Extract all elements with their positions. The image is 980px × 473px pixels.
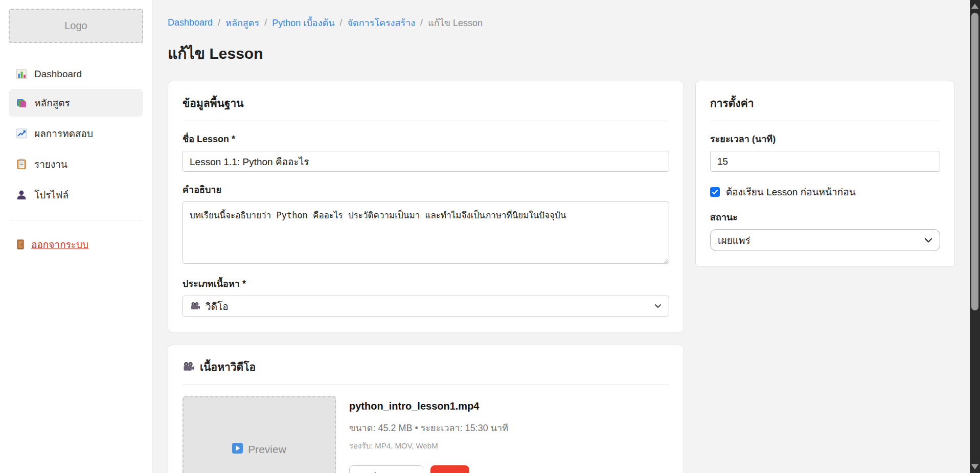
content-type-value: วิดีโอ [206, 299, 229, 314]
duration-label: ระยะเวลา (นาที) [710, 131, 940, 146]
sidebar: Logo Dashboard หลักสูตร ผลการทดสอบ รายงา… [0, 0, 152, 473]
status-value: เผยแพร่ [718, 233, 750, 248]
change-video-button[interactable]: เปลี่ยนวิดีโอ [349, 465, 423, 473]
page-title: แก้ไข Lesson [168, 41, 965, 65]
sidebar-item-label: หลักสูตร [34, 95, 70, 110]
video-file-meta: ขนาด: 45.2 MB • ระยะเวลา: 15:30 นาที [349, 420, 508, 435]
delete-video-button[interactable]: ลบ [430, 465, 469, 473]
main-content: Dashboard / หลักสูตร / Python เบื้องต้น … [152, 0, 980, 473]
card-divider [183, 121, 669, 121]
description-label: คำอธิบาย [183, 182, 669, 197]
breadcrumb-separator: / [339, 17, 342, 28]
prerequisite-checkbox-row[interactable]: ต้องเรียน Lesson ก่อนหน้าก่อน [710, 184, 940, 199]
preview-label: Preview [248, 443, 286, 456]
breadcrumb-separator: / [420, 17, 423, 28]
status-select[interactable]: เผยแพร่ [710, 229, 940, 251]
sidebar-item-label: รายงาน [34, 156, 67, 172]
breadcrumb: Dashboard / หลักสูตร / Python เบื้องต้น … [168, 15, 965, 30]
logo-text: Logo [64, 20, 87, 32]
person-icon [16, 189, 27, 200]
sidebar-item-reports[interactable]: รายงาน [9, 150, 143, 178]
breadcrumb-separator: / [264, 17, 267, 28]
settings-title: การตั้งค่า [710, 95, 940, 111]
video-file-name: python_intro_lesson1.mp4 [349, 400, 508, 412]
chevron-down-icon [924, 238, 932, 243]
scrollbar-thumb[interactable] [971, 13, 978, 310]
breadcrumb-current: แก้ไข Lesson [428, 15, 483, 30]
card-divider [710, 121, 940, 121]
sidebar-item-test-results[interactable]: ผลการทดสอบ [9, 120, 143, 147]
scroll-down-arrow-icon[interactable] [971, 464, 978, 469]
breadcrumb-link-course[interactable]: Python เบื้องต้น [272, 15, 334, 30]
video-preview-box[interactable]: Preview [183, 396, 336, 473]
logout-link[interactable]: ออกจากระบบ [9, 232, 143, 257]
sidebar-divider [10, 220, 142, 220]
play-icon [232, 443, 243, 456]
basic-info-card: ข้อมูลพื้นฐาน ชื่อ Lesson * คำอธิบาย ประ… [168, 81, 684, 332]
sidebar-nav: Dashboard หลักสูตร ผลการทดสอบ รายงาน โปร… [9, 62, 143, 209]
checkbox-checked-icon[interactable] [710, 187, 720, 197]
status-label: สถานะ [710, 210, 940, 224]
video-camera-icon [183, 362, 195, 372]
page-scrollbar[interactable] [970, 0, 980, 473]
sidebar-item-label: โปรไฟล์ [34, 187, 69, 202]
chart-increasing-icon [16, 128, 27, 139]
card-divider [183, 385, 669, 385]
video-camera-icon [190, 302, 200, 310]
video-supported-formats: รองรับ: MP4, MOV, WebM [349, 440, 508, 452]
content-type-select[interactable]: วิดีโอ [183, 296, 669, 317]
duration-input[interactable] [710, 151, 940, 172]
sidebar-item-dashboard[interactable]: Dashboard [9, 62, 143, 86]
logo-placeholder: Logo [9, 9, 143, 43]
lesson-name-input[interactable] [183, 151, 669, 172]
breadcrumb-link-courses[interactable]: หลักสูตร [225, 15, 259, 30]
basic-info-title: ข้อมูลพื้นฐาน [183, 95, 669, 111]
breadcrumb-separator: / [218, 17, 220, 28]
settings-card: การตั้งค่า ระยะเวลา (นาที) ต้องเรียน Les… [695, 81, 955, 267]
clipboard-icon [16, 159, 27, 170]
description-textarea[interactable] [183, 201, 669, 264]
video-info: python_intro_lesson1.mp4 ขนาด: 45.2 MB •… [349, 396, 508, 473]
books-icon [16, 97, 27, 108]
sidebar-item-label: Dashboard [34, 69, 82, 80]
sidebar-item-courses[interactable]: หลักสูตร [9, 89, 143, 117]
logout-label: ออกจากระบบ [31, 237, 88, 252]
breadcrumb-link-dashboard[interactable]: Dashboard [168, 17, 213, 28]
video-content-card: เนื้อหาวิดีโอ Preview python_intro_lesso… [168, 345, 684, 473]
bar-chart-icon [16, 69, 27, 80]
chevron-down-icon [654, 304, 662, 308]
breadcrumb-link-structure[interactable]: จัดการโครงสร้าง [347, 15, 415, 30]
prerequisite-label: ต้องเรียน Lesson ก่อนหน้าก่อน [726, 184, 856, 199]
lesson-name-label: ชื่อ Lesson * [183, 131, 669, 146]
video-card-title: เนื้อหาวิดีโอ [200, 358, 256, 375]
scroll-up-arrow-icon[interactable] [971, 4, 978, 9]
content-type-label: ประเภทเนื้อหา * [183, 276, 669, 291]
door-icon [16, 239, 25, 250]
sidebar-item-label: ผลการทดสอบ [34, 126, 93, 141]
sidebar-item-profile[interactable]: โปรไฟล์ [9, 181, 143, 209]
